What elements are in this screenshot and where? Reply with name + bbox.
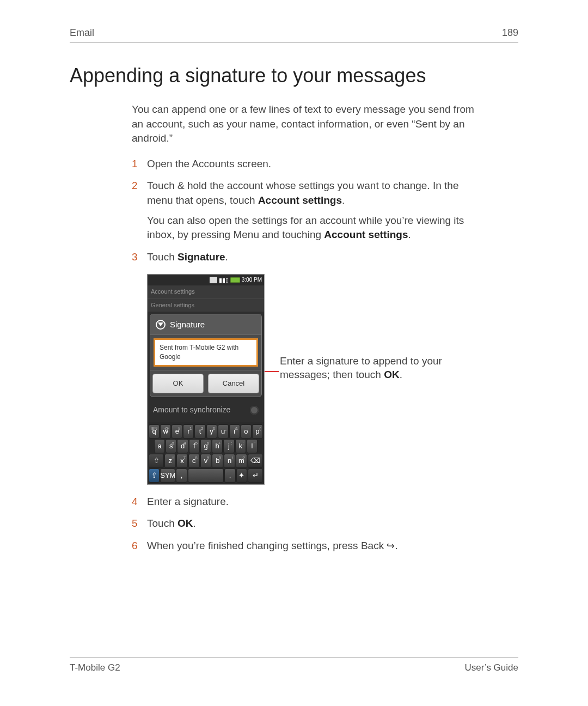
key-↵[interactable]: ↵ xyxy=(248,468,263,483)
footer-left: T-Mobile G2 xyxy=(70,662,120,673)
key-a[interactable]: a xyxy=(154,439,165,453)
key-,[interactable]: , xyxy=(176,468,187,483)
key-j[interactable]: :j xyxy=(223,439,234,453)
key-i[interactable]: &i xyxy=(229,424,240,439)
step-3: Touch Signature. ▮▮▯ 3:00 PM Account set… xyxy=(132,250,480,485)
key-b[interactable]: 0b xyxy=(212,454,223,468)
dialog-title-bar: Signature xyxy=(150,314,261,335)
running-header: Email 189 xyxy=(70,27,518,42)
key-y[interactable]: 3y xyxy=(206,424,217,439)
header-section: Email xyxy=(70,27,94,39)
dialog-title-text: Signature xyxy=(170,319,205,330)
callout-leader-line xyxy=(265,371,279,372)
dropdown-icon xyxy=(156,320,166,330)
key-e[interactable]: #e xyxy=(171,424,182,439)
key-d[interactable]: 4d xyxy=(177,439,188,453)
intro-paragraph: You can append one or a few lines of tex… xyxy=(132,102,480,146)
key-✦[interactable]: ✦ xyxy=(236,468,247,483)
key-n[interactable]: /n xyxy=(224,454,235,468)
network-3g-icon xyxy=(210,277,217,283)
step-2: Touch & hold the account whose settings … xyxy=(132,179,480,242)
page-title: Appending a signature to your messages xyxy=(70,64,518,87)
key-g[interactable]: 6g xyxy=(200,439,211,453)
key-⌫[interactable]: ⌫ xyxy=(248,454,263,468)
ok-button[interactable]: OK xyxy=(152,374,204,393)
key-blank[interactable] xyxy=(188,468,224,483)
step-6: When you’re finished changing settings, … xyxy=(132,539,480,553)
running-footer: T-Mobile G2 User’s Guide xyxy=(70,658,518,673)
key-t[interactable]: 2t xyxy=(194,424,205,439)
key-c[interactable]: 8c xyxy=(188,454,200,468)
key-z[interactable]: !z xyxy=(164,454,176,468)
key-m[interactable]: ?m xyxy=(236,454,247,468)
key-l[interactable]: "l xyxy=(247,439,258,453)
sync-chevron-icon xyxy=(250,406,259,415)
step-4: Enter a signature. xyxy=(132,495,480,509)
section-header: General settings xyxy=(148,299,264,312)
key-v[interactable]: 9v xyxy=(200,454,212,468)
on-screen-keyboard[interactable]: ENq@w#e1r2t3y_u&i-o(p a&s4d5f6g+h:j;k"l … xyxy=(148,422,264,484)
key-x[interactable]: 7x xyxy=(176,454,188,468)
status-bar: ▮▮▯ 3:00 PM xyxy=(148,275,264,285)
sync-label: Amount to synchronize xyxy=(153,405,230,416)
sync-row[interactable]: Amount to synchronize xyxy=(148,399,264,422)
callout-text: Enter a signature to append to your mess… xyxy=(280,354,443,382)
key-h[interactable]: +h xyxy=(212,439,223,453)
key-u[interactable]: _u xyxy=(218,424,229,439)
footer-right: User’s Guide xyxy=(464,662,518,673)
key-w[interactable]: @w xyxy=(160,424,171,439)
step-5: Touch OK. xyxy=(132,516,480,531)
key-r[interactable]: 1r xyxy=(183,424,194,439)
back-arrow-icon: ↩ xyxy=(387,539,395,553)
key-.[interactable]: . xyxy=(224,468,235,483)
step-2-subtext: You can also open the settings for an ac… xyxy=(147,214,480,242)
key-⇧[interactable]: ⇧ xyxy=(149,454,164,468)
step-1: Open the Accounts screen. xyxy=(132,157,480,172)
signature-dialog: Signature Sent from T-Mobile G2 with Goo… xyxy=(150,314,262,397)
header-page-number: 189 xyxy=(502,27,518,39)
key-⇪[interactable]: ⇪ xyxy=(149,468,160,483)
signal-icon: ▮▮▯ xyxy=(219,277,229,283)
key-q[interactable]: ENq xyxy=(149,424,160,439)
key-k[interactable]: ;k xyxy=(235,439,246,453)
battery-icon xyxy=(230,277,240,283)
key-s[interactable]: &s xyxy=(166,439,176,453)
signature-input[interactable]: Sent from T-Mobile G2 with Google xyxy=(154,338,258,367)
steps-list: Open the Accounts screen. Touch & hold t… xyxy=(132,157,480,553)
cancel-button[interactable]: Cancel xyxy=(208,374,259,393)
phone-screenshot: ▮▮▯ 3:00 PM Account settings General set… xyxy=(147,274,265,484)
status-time: 3:00 PM xyxy=(242,276,262,284)
key-f[interactable]: 5f xyxy=(189,439,200,453)
breadcrumb: Account settings xyxy=(148,285,264,298)
callout: Enter a signature to append to your mess… xyxy=(265,377,443,382)
key-p[interactable]: (p xyxy=(252,424,263,439)
key-SYM[interactable]: SYM xyxy=(160,468,175,483)
key-o[interactable]: -o xyxy=(241,424,252,439)
